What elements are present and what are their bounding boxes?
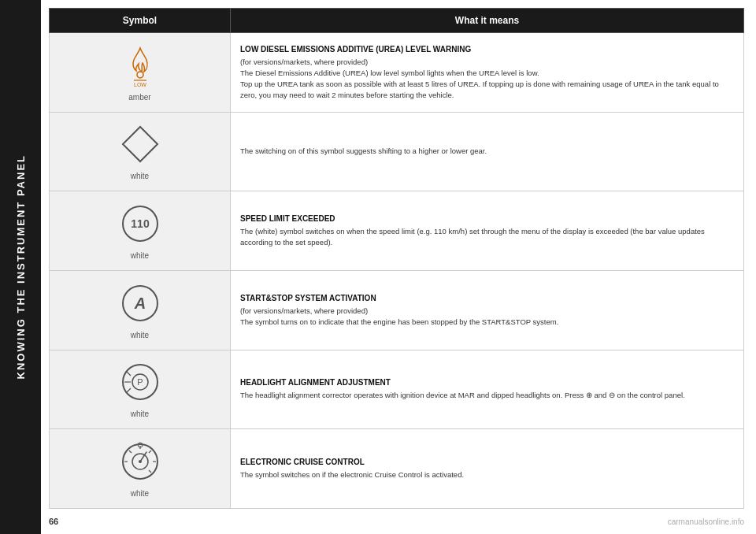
- gear-description: The switching on of this symbol suggests…: [231, 112, 744, 191]
- urea-color-label: amber: [128, 92, 150, 103]
- cruise-color-label: white: [131, 488, 149, 499]
- symbol-cell-startstop: A white: [50, 270, 231, 350]
- svg-text:A: A: [133, 295, 145, 312]
- urea-symbol: LOW amber: [57, 42, 222, 103]
- svg-text:P: P: [137, 377, 143, 387]
- speed-color-label: white: [131, 250, 149, 261]
- svg-point-22: [139, 460, 142, 463]
- table-row: 110 white SPEED LIMIT EXCEEDED The (whit…: [50, 191, 744, 271]
- symbol-cell-headlight: P white: [50, 350, 231, 429]
- svg-line-9: [126, 371, 131, 376]
- startstop-symbol: A white: [57, 280, 222, 341]
- svg-line-11: [126, 388, 131, 393]
- speed-description: SPEED LIMIT EXCEEDED The (white) symbol …: [231, 191, 744, 271]
- headlight-symbol: P white: [57, 358, 222, 420]
- watermark: carmanualsonline.info: [668, 517, 744, 526]
- headlight-color-label: white: [131, 409, 149, 420]
- page-number: 66: [49, 517, 58, 526]
- main-content: Symbol What it means LOW ambe: [41, 0, 756, 534]
- table-row: white ELECTRONIC CRUISE CONTROL The symb…: [50, 429, 744, 509]
- cruise-description: ELECTRONIC CRUISE CONTROL The symbol swi…: [231, 429, 744, 509]
- table-row: A white START&STOP SYSTEM ACTIVATION (fo…: [50, 270, 744, 350]
- table-row: white The switching on of this symbol su…: [50, 112, 744, 191]
- table-row: P white HEADLIGHT ALIGNMENT ADJUSTMENT T…: [50, 350, 744, 429]
- svg-text:LOW: LOW: [134, 82, 146, 87]
- instrument-panel-table: Symbol What it means LOW ambe: [49, 8, 744, 509]
- svg-marker-2: [123, 127, 158, 161]
- symbol-cell-cruise: white: [50, 429, 231, 509]
- svg-line-18: [149, 470, 151, 473]
- urea-description: LOW DIESEL EMISSIONS ADDITIVE (UREA) LEV…: [231, 33, 744, 113]
- speed-limit-symbol: 110 white: [57, 200, 222, 261]
- svg-text:110: 110: [131, 217, 150, 230]
- headlight-description: HEADLIGHT ALIGNMENT ADJUSTMENT The headl…: [231, 350, 744, 429]
- footer: 66 carmanualsonline.info: [49, 512, 744, 526]
- sidebar-label: KNOWING THE INSTRUMENT PANEL: [15, 154, 27, 379]
- startstop-color-label: white: [131, 330, 149, 341]
- table-row: LOW amber LOW DIESEL EMISSIONS ADDITIVE …: [50, 33, 744, 113]
- header-symbol: Symbol: [50, 9, 231, 33]
- header-meaning: What it means: [231, 9, 744, 33]
- symbol-cell-urea: LOW amber: [50, 33, 231, 113]
- symbol-cell-gear: white: [50, 112, 231, 191]
- startstop-description: START&STOP SYSTEM ACTIVATION (for versio…: [231, 270, 744, 350]
- gear-shift-symbol: white: [57, 121, 222, 182]
- svg-line-19: [129, 451, 132, 453]
- symbol-cell-speed: 110 white: [50, 191, 231, 271]
- sidebar: KNOWING THE INSTRUMENT PANEL: [0, 0, 41, 534]
- svg-line-16: [149, 451, 151, 453]
- gear-color-label: white: [131, 171, 149, 182]
- cruise-control-symbol: white: [57, 438, 222, 499]
